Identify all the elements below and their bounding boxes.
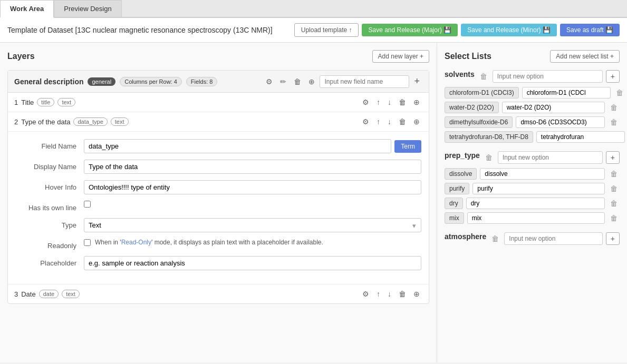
list-item-val-thf[interactable] <box>536 131 625 143</box>
form-row-has-own-line: Has its own line <box>15 201 421 212</box>
list-item-val-water[interactable] <box>502 102 605 113</box>
layer-add-field-button[interactable]: ⊕ <box>306 76 317 87</box>
save-major-button[interactable]: Save and Release (Major) 💾 <box>362 24 458 36</box>
label-has-own-line: Has its own line <box>15 201 84 212</box>
prep-type-add-option-button[interactable]: + <box>606 151 620 164</box>
list-item-val-mix[interactable] <box>467 212 605 224</box>
readonly-control: When in 'Read-Only' mode, it displays as… <box>84 239 421 246</box>
atmosphere-delete-button[interactable]: 🗑 <box>489 233 501 244</box>
readonly-checkbox[interactable] <box>84 239 91 246</box>
layer-delete-button[interactable]: 🗑 <box>291 76 304 87</box>
field-2-delete-button[interactable]: 🗑 <box>396 116 409 127</box>
list-item-val-chloroform[interactable] <box>522 87 611 99</box>
list-item-key-thf: tetrahydrofuran-D8, THF-D8 <box>445 131 533 143</box>
field-3-add-button[interactable]: ⊕ <box>411 289 422 299</box>
right-panel: Select Lists Add new select list + solve… <box>437 43 627 362</box>
placeholder-input[interactable] <box>84 256 421 270</box>
field-3-down-button[interactable]: ↓ <box>385 289 394 299</box>
solvents-new-option-input[interactable] <box>493 70 603 83</box>
layer-card-general: General description general Columns per … <box>7 70 429 304</box>
header-bar: Template of Dataset [13C nuclear magneti… <box>0 18 627 43</box>
field-row-data-type-header: 2 Type of the data data_type text ⚙ ↑ ↓ … <box>8 112 429 132</box>
header-actions: Upload template ↑ Save and Release (Majo… <box>294 23 620 37</box>
field-2-add-button[interactable]: ⊕ <box>411 116 422 127</box>
tab-preview-design[interactable]: Preview Design <box>54 0 121 17</box>
list-item-key-purify: purify <box>445 183 469 194</box>
list-item-val-dissolve[interactable] <box>480 168 605 180</box>
layer-settings-button[interactable]: ⚙ <box>263 76 275 87</box>
field-name-title: Title <box>21 99 34 106</box>
display-name-input[interactable] <box>84 160 421 174</box>
solvents-name: solvents <box>445 70 475 78</box>
list-item-val-dry[interactable] <box>466 198 605 209</box>
solvents-add-option-button[interactable]: + <box>606 70 620 83</box>
label-readonly: Readonly <box>15 239 84 250</box>
form-row-field-name: Field Name Term <box>15 139 421 153</box>
select-lists-title: Select Lists <box>445 52 491 61</box>
add-new-layer-button[interactable]: Add new layer + <box>372 50 429 63</box>
list-item-key-chloroform: chloroform-D1 (CDCl3) <box>445 87 519 99</box>
add-field-confirm-button[interactable]: + <box>411 75 422 88</box>
purify-delete-button[interactable]: 🗑 <box>608 183 620 194</box>
prep-type-new-option-input[interactable] <box>498 151 603 164</box>
dry-delete-button[interactable]: 🗑 <box>608 198 620 209</box>
hover-info-input[interactable] <box>84 180 421 194</box>
field-2-settings-button[interactable]: ⚙ <box>360 116 372 127</box>
select-list-solvents: solvents 🗑 + chloroform-D1 (CDCl3) 🗑 wat… <box>445 70 620 143</box>
save-minor-button[interactable]: Save and Release (Minor) 💾 <box>461 24 557 36</box>
type-select[interactable]: Text Number Date Select TextArea <box>84 218 421 232</box>
field-tag-data-type-type: text <box>111 117 129 126</box>
list-item-val-purify[interactable] <box>472 183 605 194</box>
atmosphere-add-option-button[interactable]: + <box>606 232 620 245</box>
new-field-name-input[interactable] <box>320 75 409 88</box>
dmso-delete-button[interactable]: 🗑 <box>608 117 620 127</box>
tab-work-area[interactable]: Work Area <box>0 0 54 18</box>
has-own-line-checkbox[interactable] <box>84 201 91 208</box>
field-1-down-button[interactable]: ↓ <box>385 97 394 107</box>
badge-general: general <box>88 77 115 86</box>
field-tag-title-type: text <box>57 98 75 106</box>
field-3-delete-button[interactable]: 🗑 <box>396 289 409 299</box>
list-item-thf: tetrahydrofuran-D8, THF-D8 🗑 <box>445 131 620 143</box>
save-draft-button[interactable]: Save as draft 💾 <box>560 24 620 36</box>
list-item-val-dmso[interactable] <box>516 116 605 128</box>
field-num-1: 1 <box>14 99 18 106</box>
field-1-add-button[interactable]: ⊕ <box>411 97 422 107</box>
badge-fields: Fields: 8 <box>186 77 218 86</box>
list-item-key-dry: dry <box>445 198 463 209</box>
field-name-input[interactable] <box>84 139 391 153</box>
atmosphere-new-option-input[interactable] <box>504 232 602 245</box>
field-row-data-type: 2 Type of the data data_type text ⚙ ↑ ↓ … <box>8 112 429 284</box>
term-button[interactable]: Term <box>394 140 421 153</box>
field-3-settings-button[interactable]: ⚙ <box>360 289 372 299</box>
field-3-up-button[interactable]: ↑ <box>374 289 383 299</box>
upload-template-button[interactable]: Upload template ↑ <box>294 23 359 37</box>
field-2-up-button[interactable]: ↑ <box>374 116 383 127</box>
field-3-actions: ⚙ ↑ ↓ 🗑 ⊕ <box>360 289 422 299</box>
list-item-key-dissolve: dissolve <box>445 168 477 180</box>
field-label-data-type: 2 Type of the data data_type text <box>14 117 129 126</box>
read-only-link[interactable]: Read-Only <box>121 239 151 246</box>
dissolve-delete-button[interactable]: 🗑 <box>608 169 620 179</box>
mix-delete-button[interactable]: 🗑 <box>608 213 620 223</box>
field-num-3: 3 <box>14 290 18 298</box>
field-2-down-button[interactable]: ↓ <box>385 116 394 127</box>
display-name-control <box>84 160 421 174</box>
prep-type-delete-button[interactable]: 🗑 <box>483 152 495 163</box>
form-row-readonly: Readonly When in 'Read-Only' mode, it di… <box>15 239 421 250</box>
field-1-up-button[interactable]: ↑ <box>374 97 383 107</box>
list-item-key-mix: mix <box>445 212 464 224</box>
add-select-list-button[interactable]: Add new select list + <box>550 50 620 63</box>
solvents-delete-button[interactable]: 🗑 <box>478 71 489 82</box>
chloroform-delete-button[interactable]: 🗑 <box>614 87 625 98</box>
layer-edit-button[interactable]: ✏ <box>277 76 289 87</box>
field-1-settings-button[interactable]: ⚙ <box>360 97 372 107</box>
label-display-name: Display Name <box>15 160 84 171</box>
layer-header-actions: ⚙ ✏ 🗑 ⊕ + <box>263 75 422 88</box>
field-1-delete-button[interactable]: 🗑 <box>396 97 409 107</box>
list-item-chloroform: chloroform-D1 (CDCl3) 🗑 <box>445 87 620 99</box>
atmosphere-header-row: atmosphere 🗑 + <box>445 232 620 245</box>
prep-type-name: prep_type <box>445 151 480 160</box>
water-delete-button[interactable]: 🗑 <box>608 102 620 113</box>
label-hover-info: Hover Info <box>15 180 84 191</box>
